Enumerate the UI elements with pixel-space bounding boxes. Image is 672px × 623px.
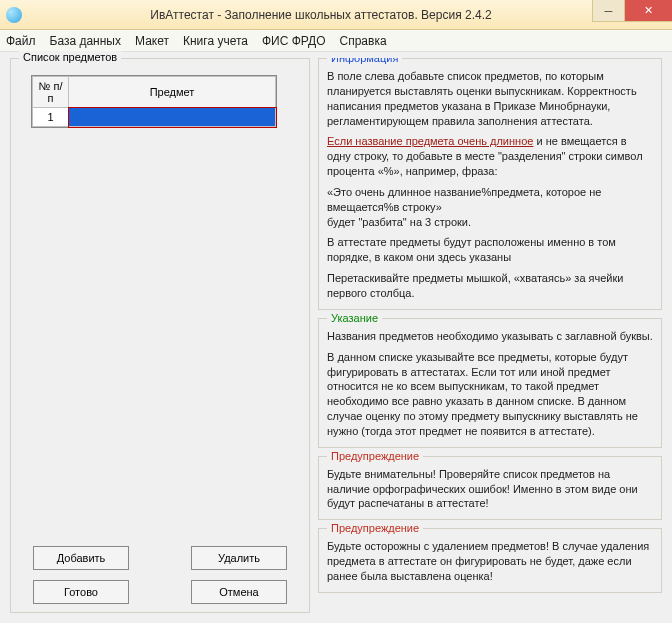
info-legend: Информация [327, 58, 402, 66]
info-text: В поле слева добавьте список предметов, … [327, 69, 653, 128]
left-column: Список предметов № п/п Предмет 1 Добавит… [10, 58, 310, 613]
menu-database[interactable]: База данных [50, 34, 121, 48]
menu-file[interactable]: Файл [6, 34, 36, 48]
warning2-groupbox: Предупреждение Будьте осторожны с удален… [318, 528, 662, 593]
warning1-legend: Предупреждение [327, 449, 423, 464]
warning2-legend: Предупреждение [327, 521, 423, 536]
menubar: Файл База данных Макет Книга учета ФИС Ф… [0, 30, 672, 52]
info-text: «Это очень длинное название%предмета, ко… [327, 185, 653, 215]
hint-text: В данном списке указывайте все предметы,… [327, 350, 653, 439]
cell-number[interactable]: 1 [33, 108, 69, 127]
hint-legend: Указание [327, 311, 382, 326]
menu-book[interactable]: Книга учета [183, 34, 248, 48]
delete-button[interactable]: Удалить [191, 546, 287, 570]
subjects-table[interactable]: № п/п Предмет 1 [31, 75, 277, 128]
subjects-groupbox: Список предметов № п/п Предмет 1 Добавит… [10, 58, 310, 613]
table-row[interactable]: 1 [33, 108, 276, 127]
warning1-groupbox: Предупреждение Будьте внимательны! Прове… [318, 456, 662, 521]
info-groupbox: Информация В поле слева добавьте список … [318, 58, 662, 310]
cell-subject-selected[interactable] [69, 108, 276, 127]
menu-fis-frdo[interactable]: ФИС ФРДО [262, 34, 326, 48]
add-button[interactable]: Добавить [33, 546, 129, 570]
close-button[interactable]: ✕ [624, 0, 672, 22]
info-text: В аттестате предметы будут расположены и… [327, 235, 653, 265]
warning1-text: Будьте внимательны! Проверяйте список пр… [327, 467, 653, 512]
button-row-1: Добавить Удалить [19, 546, 301, 570]
hint-groupbox: Указание Названия предметов необходимо у… [318, 318, 662, 448]
app-icon [6, 7, 22, 23]
client-area: Список предметов № п/п Предмет 1 Добавит… [0, 52, 672, 623]
col-header-number[interactable]: № п/п [33, 77, 69, 108]
window-title: ИвАттестат - Заполнение школьных аттеста… [30, 8, 672, 22]
ready-button[interactable]: Готово [33, 580, 129, 604]
menu-layout[interactable]: Макет [135, 34, 169, 48]
subjects-legend: Список предметов [19, 51, 121, 63]
cancel-button[interactable]: Отмена [191, 580, 287, 604]
window-buttons: ─ ✕ [592, 0, 672, 22]
col-header-subject[interactable]: Предмет [69, 77, 276, 108]
titlebar: ИвАттестат - Заполнение школьных аттеста… [0, 0, 672, 30]
info-text: будет "разбита" на 3 строки. [327, 215, 653, 230]
info-long-name-hint: Если название предмета очень длинное [327, 135, 533, 147]
menu-help[interactable]: Справка [340, 34, 387, 48]
info-text: Если название предмета очень длинное и н… [327, 134, 653, 179]
minimize-button[interactable]: ─ [592, 0, 624, 22]
info-text: Перетаскивайте предметы мышкой, «хватаяс… [327, 271, 653, 301]
hint-text: Названия предметов необходимо указывать … [327, 329, 653, 344]
right-column: Информация В поле слева добавьте список … [318, 58, 662, 613]
button-row-2: Готово Отмена [19, 580, 301, 604]
warning2-text: Будьте осторожны с удалением предметов! … [327, 539, 653, 584]
